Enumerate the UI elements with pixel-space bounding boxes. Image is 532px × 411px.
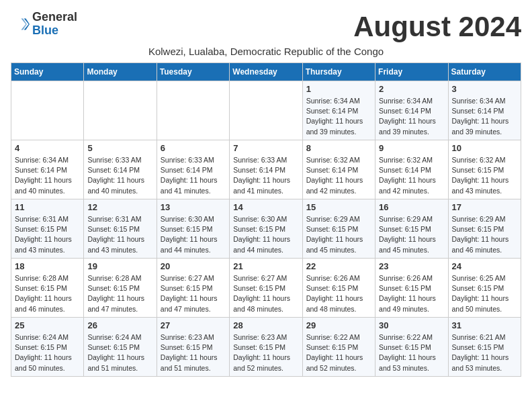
day-number: 11 [15,202,80,212]
day-number: 22 [306,261,371,271]
day-info: Sunrise: 6:31 AMSunset: 6:15 PMDaylight:… [15,214,80,255]
day-number: 2 [379,84,444,94]
day-info: Sunrise: 6:33 AMSunset: 6:14 PMDaylight:… [87,155,152,196]
day-info: Sunrise: 6:26 AMSunset: 6:15 PMDaylight:… [306,273,371,314]
day-cell: 11Sunrise: 6:31 AMSunset: 6:15 PMDayligh… [11,199,84,259]
day-cell: 12Sunrise: 6:31 AMSunset: 6:15 PMDayligh… [84,199,157,259]
day-number: 7 [233,143,298,153]
day-number: 1 [306,84,371,94]
day-number: 19 [87,261,152,271]
day-cell [11,81,84,140]
day-number: 20 [161,261,226,271]
day-cell: 17Sunrise: 6:29 AMSunset: 6:15 PMDayligh… [448,199,521,259]
day-number: 27 [161,320,226,330]
day-cell: 28Sunrise: 6:23 AMSunset: 6:15 PMDayligh… [230,318,302,377]
day-info: Sunrise: 6:32 AMSunset: 6:15 PMDaylight:… [452,155,517,196]
header-row: SundayMondayTuesdayWednesdayThursdayFrid… [11,63,521,81]
day-cell: 7Sunrise: 6:33 AMSunset: 6:14 PMDaylight… [230,140,302,199]
day-info: Sunrise: 6:34 AMSunset: 6:14 PMDaylight:… [452,96,517,137]
day-number: 31 [452,320,517,330]
day-number: 10 [452,143,517,153]
day-info: Sunrise: 6:29 AMSunset: 6:15 PMDaylight:… [452,214,517,255]
week-row: 18Sunrise: 6:28 AMSunset: 6:15 PMDayligh… [11,259,521,318]
day-info: Sunrise: 6:21 AMSunset: 6:15 PMDaylight:… [452,332,517,373]
day-number: 16 [379,202,444,212]
logo-blue: Blue [32,24,77,38]
day-info: Sunrise: 6:29 AMSunset: 6:15 PMDaylight:… [379,214,444,255]
day-cell: 1Sunrise: 6:34 AMSunset: 6:14 PMDaylight… [302,81,375,140]
day-info: Sunrise: 6:30 AMSunset: 6:15 PMDaylight:… [161,214,226,255]
header-day: Monday [84,63,157,81]
day-cell: 19Sunrise: 6:28 AMSunset: 6:15 PMDayligh… [84,259,157,318]
logo: General Blue [11,11,77,38]
day-info: Sunrise: 6:32 AMSunset: 6:14 PMDaylight:… [379,155,444,196]
day-cell [84,81,157,140]
day-info: Sunrise: 6:28 AMSunset: 6:15 PMDaylight:… [87,273,152,314]
header-day: Thursday [302,63,375,81]
day-info: Sunrise: 6:27 AMSunset: 6:15 PMDaylight:… [233,273,298,314]
day-info: Sunrise: 6:27 AMSunset: 6:15 PMDaylight:… [161,273,226,314]
day-cell: 23Sunrise: 6:26 AMSunset: 6:15 PMDayligh… [375,259,448,318]
day-info: Sunrise: 6:34 AMSunset: 6:14 PMDaylight:… [306,96,371,137]
day-cell: 3Sunrise: 6:34 AMSunset: 6:14 PMDaylight… [448,81,521,140]
header-day: Wednesday [230,63,302,81]
day-cell: 6Sunrise: 6:33 AMSunset: 6:14 PMDaylight… [157,140,229,199]
header: General Blue August 2024 [11,11,521,43]
day-info: Sunrise: 6:24 AMSunset: 6:15 PMDaylight:… [15,332,80,373]
day-number: 15 [306,202,371,212]
day-info: Sunrise: 6:33 AMSunset: 6:14 PMDaylight:… [161,155,226,196]
day-number: 13 [161,202,226,212]
day-number: 25 [15,320,80,330]
day-info: Sunrise: 6:34 AMSunset: 6:14 PMDaylight:… [15,155,80,196]
day-info: Sunrise: 6:29 AMSunset: 6:15 PMDaylight:… [306,214,371,255]
day-info: Sunrise: 6:24 AMSunset: 6:15 PMDaylight:… [87,332,152,373]
day-info: Sunrise: 6:34 AMSunset: 6:14 PMDaylight:… [379,96,444,137]
week-row: 4Sunrise: 6:34 AMSunset: 6:14 PMDaylight… [11,140,521,199]
day-number: 8 [306,143,371,153]
day-number: 18 [15,261,80,271]
day-cell: 20Sunrise: 6:27 AMSunset: 6:15 PMDayligh… [157,259,229,318]
day-info: Sunrise: 6:22 AMSunset: 6:15 PMDaylight:… [379,332,444,373]
day-info: Sunrise: 6:22 AMSunset: 6:15 PMDaylight:… [306,332,371,373]
logo-general: General [32,11,77,24]
day-cell: 27Sunrise: 6:23 AMSunset: 6:15 PMDayligh… [157,318,229,377]
day-number: 26 [87,320,152,330]
week-row: 1Sunrise: 6:34 AMSunset: 6:14 PMDaylight… [11,81,521,140]
day-number: 23 [379,261,444,271]
day-number: 24 [452,261,517,271]
day-info: Sunrise: 6:25 AMSunset: 6:15 PMDaylight:… [452,273,517,314]
day-cell: 21Sunrise: 6:27 AMSunset: 6:15 PMDayligh… [230,259,302,318]
day-info: Sunrise: 6:23 AMSunset: 6:15 PMDaylight:… [233,332,298,373]
day-cell [157,81,229,140]
day-cell: 26Sunrise: 6:24 AMSunset: 6:15 PMDayligh… [84,318,157,377]
day-info: Sunrise: 6:23 AMSunset: 6:15 PMDaylight:… [161,332,226,373]
day-cell: 10Sunrise: 6:32 AMSunset: 6:15 PMDayligh… [448,140,521,199]
day-cell: 25Sunrise: 6:24 AMSunset: 6:15 PMDayligh… [11,318,84,377]
day-cell: 8Sunrise: 6:32 AMSunset: 6:14 PMDaylight… [302,140,375,199]
week-row: 11Sunrise: 6:31 AMSunset: 6:15 PMDayligh… [11,199,521,259]
header-day: Friday [375,63,448,81]
day-number: 17 [452,202,517,212]
day-number: 4 [15,143,80,153]
day-cell: 29Sunrise: 6:22 AMSunset: 6:15 PMDayligh… [302,318,375,377]
day-cell: 16Sunrise: 6:29 AMSunset: 6:15 PMDayligh… [375,199,448,259]
day-cell: 4Sunrise: 6:34 AMSunset: 6:14 PMDaylight… [11,140,84,199]
day-cell: 22Sunrise: 6:26 AMSunset: 6:15 PMDayligh… [302,259,375,318]
subtitle: Kolwezi, Lualaba, Democratic Republic of… [11,46,521,57]
day-cell: 13Sunrise: 6:30 AMSunset: 6:15 PMDayligh… [157,199,229,259]
logo-text: General Blue [32,11,77,38]
logo-icon [11,15,30,34]
week-row: 25Sunrise: 6:24 AMSunset: 6:15 PMDayligh… [11,318,521,377]
header-day: Saturday [448,63,521,81]
calendar-table: SundayMondayTuesdayWednesdayThursdayFrid… [11,62,521,377]
day-info: Sunrise: 6:31 AMSunset: 6:15 PMDaylight:… [87,214,152,255]
day-number: 6 [161,143,226,153]
month-title: August 2024 [353,11,521,43]
day-number: 12 [87,202,152,212]
day-cell: 15Sunrise: 6:29 AMSunset: 6:15 PMDayligh… [302,199,375,259]
day-cell: 9Sunrise: 6:32 AMSunset: 6:14 PMDaylight… [375,140,448,199]
day-number: 3 [452,84,517,94]
day-cell: 5Sunrise: 6:33 AMSunset: 6:14 PMDaylight… [84,140,157,199]
day-info: Sunrise: 6:26 AMSunset: 6:15 PMDaylight:… [379,273,444,314]
day-cell: 30Sunrise: 6:22 AMSunset: 6:15 PMDayligh… [375,318,448,377]
